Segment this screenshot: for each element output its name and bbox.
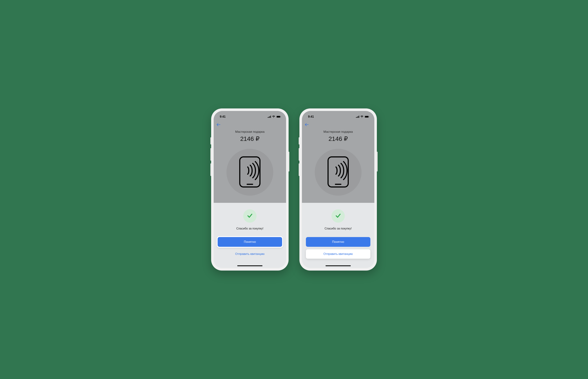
side-button (299, 137, 300, 144)
ok-button[interactable]: Понятно (218, 237, 282, 247)
svg-rect-12 (359, 116, 359, 118)
status-bar: 9:41 (302, 112, 374, 121)
payment-amount: 2146 ₽ (328, 135, 348, 142)
status-bar: 9:41 (214, 112, 286, 121)
svg-rect-15 (369, 116, 369, 117)
nfc-tap-area (315, 149, 362, 196)
side-button (377, 152, 378, 172)
side-button (210, 148, 211, 161)
success-message: Спасибо за покупку! (236, 227, 263, 230)
cellular-signal-icon (268, 116, 271, 118)
side-button (299, 148, 300, 161)
svg-rect-9 (356, 117, 356, 118)
payment-result-area: Спасибо за покупку! Понятно Отправить кв… (302, 203, 374, 268)
screen: 9:41 Мастерская подар (302, 111, 374, 268)
payment-header-area: 9:41 Мастерская подар (214, 111, 286, 203)
back-arrow-icon[interactable] (217, 123, 221, 127)
payment-amount: 2146 ₽ (240, 135, 259, 142)
svg-rect-10 (357, 117, 357, 118)
send-receipt-button[interactable]: Отправить квитанцию (306, 249, 370, 259)
payment-result-area: Спасибо за покупку! Понятно Отправить кв… (214, 203, 286, 268)
status-right (356, 116, 369, 118)
side-button (210, 163, 211, 176)
phone-mockup-right: 9:41 Мастерская подар (299, 109, 377, 270)
svg-rect-16 (328, 157, 348, 187)
ok-button[interactable]: Понятно (306, 237, 370, 247)
status-right (268, 116, 281, 118)
phone-mockup-left: 9:41 Мастерская подар (211, 109, 289, 270)
svg-rect-14 (365, 116, 368, 117)
nav-bar (214, 121, 286, 129)
svg-rect-1 (269, 117, 269, 118)
nav-bar (302, 121, 374, 129)
battery-icon (276, 116, 281, 118)
check-icon (246, 212, 253, 220)
side-button (299, 163, 300, 176)
wifi-icon (272, 116, 275, 118)
svg-rect-5 (277, 116, 280, 117)
side-button (210, 137, 211, 144)
side-button (288, 152, 289, 172)
svg-rect-6 (281, 116, 281, 117)
svg-rect-11 (358, 116, 358, 118)
merchant-name: Мастерская подарка (324, 130, 353, 134)
payment-header-area: 9:41 Мастерская подар (302, 111, 374, 203)
success-message: Спасибо за покупку! (325, 227, 352, 230)
send-receipt-button[interactable]: Отправить квитанцию (218, 249, 282, 259)
svg-rect-2 (270, 116, 270, 118)
svg-rect-3 (270, 116, 271, 118)
svg-rect-0 (268, 117, 268, 118)
svg-rect-7 (240, 157, 260, 187)
success-badge (243, 209, 256, 223)
nfc-phone-icon (327, 156, 349, 189)
back-arrow-icon[interactable] (305, 123, 309, 127)
status-time: 9:41 (308, 115, 314, 118)
wifi-icon (360, 116, 364, 118)
home-indicator[interactable] (326, 265, 351, 266)
merchant-name: Мастерская подарка (235, 130, 265, 134)
check-icon (335, 212, 342, 220)
success-badge (332, 209, 345, 223)
nfc-tap-area (226, 149, 273, 196)
nfc-phone-icon (239, 156, 261, 189)
cellular-signal-icon (356, 116, 359, 118)
screen: 9:41 Мастерская подар (214, 111, 286, 268)
battery-icon (365, 116, 369, 118)
status-time: 9:41 (220, 115, 225, 118)
home-indicator[interactable] (237, 265, 262, 266)
